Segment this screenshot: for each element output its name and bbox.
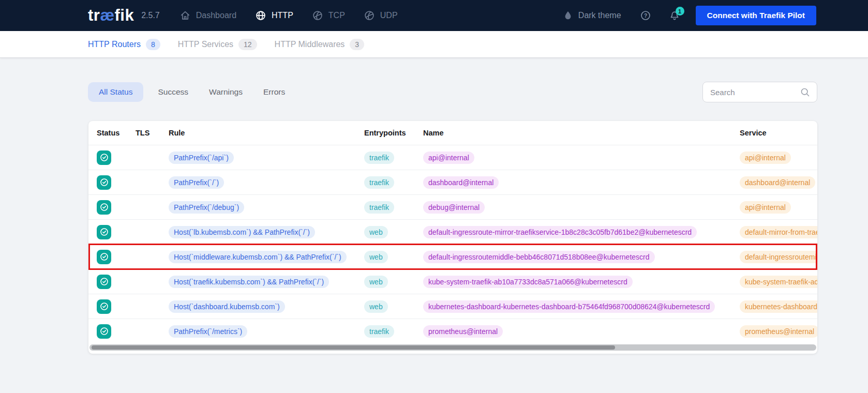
tab-http-middlewares[interactable]: HTTP Middlewares 3 <box>275 39 365 50</box>
tab-label: HTTP Services <box>178 40 233 49</box>
notifications-button[interactable]: 1 <box>669 10 680 21</box>
nav-item-http[interactable]: HTTP <box>255 10 293 21</box>
rule-pill: Host(`middleware.kubemsb.com`) && PathPr… <box>169 251 347 263</box>
name-pill: default-ingressroute-mirror-traefikservi… <box>423 226 697 238</box>
search-input[interactable] <box>709 87 800 97</box>
success-status-icon <box>97 299 111 314</box>
rule-pill: PathPrefix(`/debug`) <box>169 201 244 214</box>
column-header-status: Status <box>97 129 136 137</box>
table-row[interactable]: PathPrefix(`/api`) traefik api@internal … <box>88 145 817 170</box>
service-pill: prometheus@internal <box>740 325 817 338</box>
success-status-icon <box>97 150 111 165</box>
network-ball-icon <box>364 10 375 21</box>
traefik-logo[interactable]: træfik <box>88 6 134 25</box>
tab-label: HTTP Routers <box>88 40 141 49</box>
table-header-row: Status TLS Rule Entrypoints Name Service <box>88 121 817 145</box>
name-pill: prometheus@internal <box>423 325 503 338</box>
entrypoints-pill: web <box>364 300 388 313</box>
home-icon <box>179 10 191 21</box>
version-label: 2.5.7 <box>141 11 160 20</box>
content-area: All StatusSuccessWarningsErrors Status T… <box>0 82 868 354</box>
tab-http-routers[interactable]: HTTP Routers 8 <box>88 39 160 50</box>
success-status-icon <box>97 324 111 339</box>
table-row[interactable]: PathPrefix(`/metrics`) traefik prometheu… <box>88 319 817 343</box>
column-header-entrypoints: Entrypoints <box>364 129 423 137</box>
table-row[interactable]: PathPrefix(`/`) traefik dashboard@intern… <box>88 170 817 194</box>
help-button[interactable]: ? <box>640 10 651 21</box>
status-filter-group: All StatusSuccessWarningsErrors <box>88 82 285 102</box>
rule-pill: Host(`traefik.kubemsb.com`) && PathPrefi… <box>169 276 329 288</box>
nav-item-label: TCP <box>328 11 345 20</box>
nav-item-label: HTTP <box>272 11 293 20</box>
tab-http-services[interactable]: HTTP Services 12 <box>178 39 257 50</box>
subnav-tabs: HTTP Routers 8 HTTP Services 12 HTTP Mid… <box>0 31 868 58</box>
svg-text:?: ? <box>643 13 647 19</box>
nav-item-dashboard[interactable]: Dashboard <box>179 10 236 21</box>
column-header-name: Name <box>423 129 740 137</box>
entrypoints-pill: web <box>364 276 388 288</box>
contrast-drop-icon <box>563 10 573 21</box>
success-status-icon <box>97 225 111 239</box>
traefik-dashboard: træfik 2.5.7 Dashboard HTTP TCP UDP Dark… <box>0 0 868 354</box>
name-pill: kube-system-traefik-ab10a7733dc8a571a066… <box>423 276 633 288</box>
filter-chip-warnings[interactable]: Warnings <box>209 87 243 97</box>
entrypoints-pill: web <box>364 226 388 238</box>
service-pill: dashboard@internal <box>740 176 815 189</box>
entrypoints-pill: traefik <box>364 152 394 164</box>
logo-ae-text: æ <box>100 6 114 24</box>
globe-icon <box>255 10 266 21</box>
service-pill: api@internal <box>740 201 791 214</box>
nav-item-label: UDP <box>380 11 398 20</box>
column-header-service: Service <box>740 129 817 137</box>
filter-chip-all-status[interactable]: All Status <box>88 82 143 102</box>
entrypoints-pill: traefik <box>364 325 394 338</box>
filter-chip-success[interactable]: Success <box>158 87 188 97</box>
logo-text: tr <box>88 6 100 24</box>
rule-pill: PathPrefix(`/`) <box>169 176 224 189</box>
column-header-tls: TLS <box>136 129 169 137</box>
service-pill: default-mirror-from-traefikservice <box>740 226 817 238</box>
logo-text-end: fik <box>114 6 134 24</box>
entrypoints-pill: web <box>364 251 388 263</box>
tab-count-badge: 12 <box>238 39 257 50</box>
tab-count-badge: 8 <box>146 39 160 50</box>
rule-pill: PathPrefix(`/api`) <box>169 152 234 164</box>
name-pill: debug@internal <box>423 201 485 214</box>
entrypoints-pill: traefik <box>364 201 394 214</box>
success-status-icon <box>97 250 111 264</box>
service-pill: api@internal <box>740 152 791 164</box>
service-pill: default-ingressroutemiddle <box>740 251 817 263</box>
tab-label: HTTP Middlewares <box>275 40 345 49</box>
nav-item-udp[interactable]: UDP <box>364 10 398 21</box>
http-routers-table: Status TLS Rule Entrypoints Name Service… <box>88 121 817 354</box>
table-row[interactable]: Host(`dashboard.kubemsb.com`) web kubern… <box>88 294 817 319</box>
name-pill: default-ingressroutemiddle-bebb46c8071d5… <box>423 251 655 263</box>
rule-pill: Host(`lb.kubemsb.com`) && PathPrefix(`/`… <box>169 226 315 238</box>
rule-pill: PathPrefix(`/metrics`) <box>169 325 247 338</box>
name-pill: dashboard@internal <box>423 176 499 189</box>
connect-traefik-pilot-button[interactable]: Connect with Traefik Pilot <box>696 6 816 25</box>
main-nav: Dashboard HTTP TCP UDP <box>179 10 398 21</box>
filter-row: All StatusSuccessWarningsErrors <box>88 82 817 102</box>
table-body: PathPrefix(`/api`) traefik api@internal … <box>88 145 817 343</box>
column-header-rule: Rule <box>169 129 364 137</box>
tab-count-badge: 3 <box>350 39 364 50</box>
horizontal-scrollbar[interactable] <box>89 344 816 351</box>
service-pill: kubernetes-dashboard <box>740 300 817 313</box>
table-row[interactable]: Host(`traefik.kubemsb.com`) && PathPrefi… <box>88 269 817 294</box>
success-status-icon <box>97 175 111 190</box>
topbar-right: Dark theme ? 1 Connect with Traefik Pilo… <box>563 6 816 25</box>
name-pill: kubernetes-dashboard-kubernetes-dashboar… <box>423 300 715 313</box>
filter-chip-errors[interactable]: Errors <box>263 87 285 97</box>
table-row[interactable]: Host(`middleware.kubemsb.com`) && PathPr… <box>88 244 817 269</box>
notification-badge: 1 <box>676 7 684 16</box>
nav-item-tcp[interactable]: TCP <box>312 10 345 21</box>
entrypoints-pill: traefik <box>364 176 394 189</box>
success-status-icon <box>97 200 111 215</box>
table-row[interactable]: PathPrefix(`/debug`) traefik debug@inter… <box>88 194 817 219</box>
table-row[interactable]: Host(`lb.kubemsb.com`) && PathPrefix(`/`… <box>88 219 817 244</box>
network-ball-icon <box>312 10 323 21</box>
theme-toggle[interactable]: Dark theme <box>563 10 621 21</box>
scrollbar-thumb[interactable] <box>92 345 615 350</box>
success-status-icon <box>97 275 111 289</box>
